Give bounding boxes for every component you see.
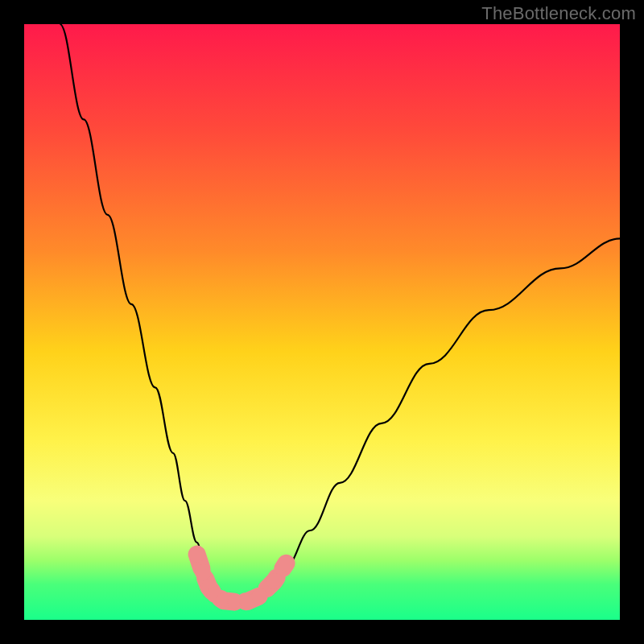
chart-frame: TheBottleneck.com xyxy=(0,0,644,644)
marker-dot xyxy=(189,547,205,563)
marker-dot xyxy=(251,588,267,604)
marker-dot xyxy=(266,573,283,589)
site-watermark: TheBottleneck.com xyxy=(481,3,636,24)
gradient-background xyxy=(24,24,620,620)
marker-dot xyxy=(195,564,211,580)
plot-area xyxy=(24,24,620,620)
bottleneck-chart xyxy=(24,24,620,620)
marker-dot xyxy=(279,555,295,572)
